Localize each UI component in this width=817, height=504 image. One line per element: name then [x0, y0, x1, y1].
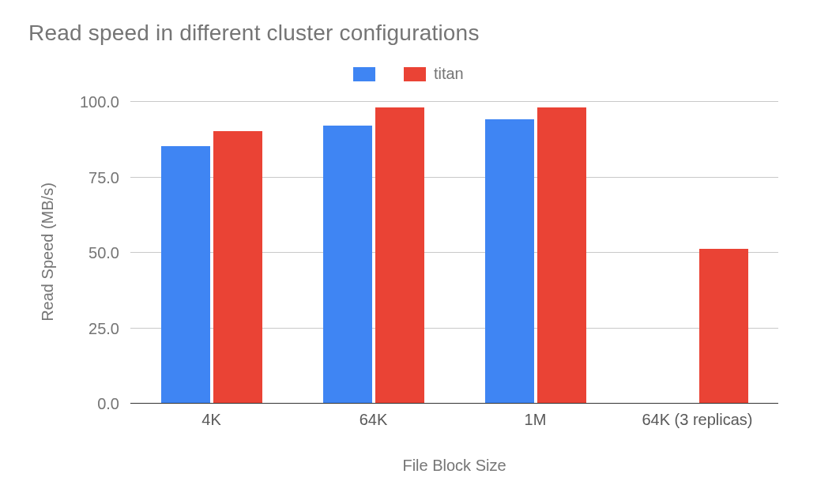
bar [323, 126, 372, 403]
y-tick-label: 100.0 [80, 93, 130, 111]
plot-area: 0.025.050.075.0100.0 [130, 101, 778, 403]
y-axis-title: Read Speed (MB/s) [39, 182, 57, 322]
bar-group [130, 101, 292, 403]
y-tick-label: 0.0 [97, 395, 130, 413]
bar [485, 119, 534, 403]
bar [537, 107, 586, 403]
y-tick-label: 25.0 [88, 319, 130, 337]
y-tick-label: 75.0 [88, 168, 130, 186]
x-axis-title: File Block Size [130, 457, 778, 475]
bars-layer [130, 101, 778, 403]
x-tick-label: 4K [130, 411, 292, 429]
legend: titan [0, 65, 817, 85]
legend-label-2: titan [434, 65, 464, 83]
chart-title: Read speed in different cluster configur… [28, 21, 480, 46]
x-tick-label: 64K (3 replicas) [616, 411, 778, 429]
x-tick-label: 64K [292, 411, 454, 429]
legend-swatch-2 [404, 67, 426, 81]
bar-group [616, 101, 778, 403]
bar-group [292, 101, 454, 403]
y-tick-label: 50.0 [88, 244, 130, 262]
legend-item-series-1 [353, 67, 383, 81]
gridline: 0.0 [130, 403, 778, 404]
y-axis-title-wrap: Read Speed (MB/s) [16, 101, 40, 403]
chart-container: Read speed in different cluster configur… [0, 0, 817, 504]
x-axis-labels: 4K64K1M64K (3 replicas) [130, 411, 778, 429]
x-tick-label: 1M [454, 411, 616, 429]
bar [213, 131, 262, 403]
bar-group [454, 101, 616, 403]
bar [375, 107, 424, 403]
legend-swatch-1 [353, 67, 375, 81]
bar [161, 146, 210, 403]
legend-item-series-2: titan [404, 65, 464, 83]
bar [699, 249, 748, 403]
